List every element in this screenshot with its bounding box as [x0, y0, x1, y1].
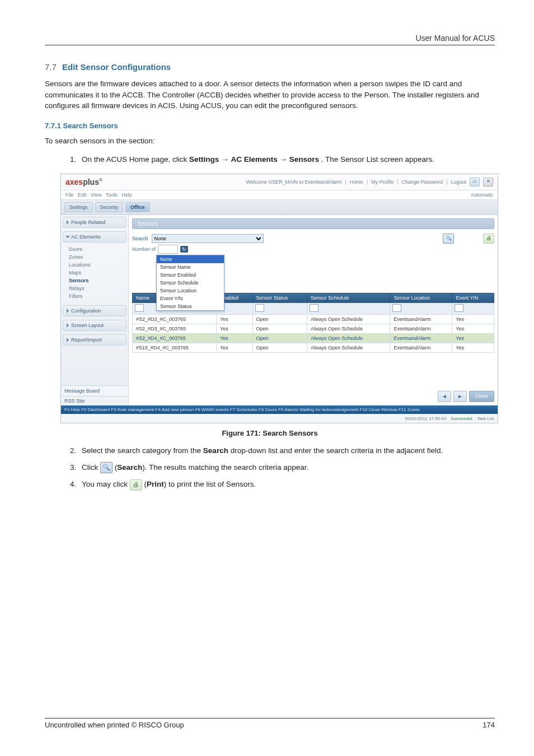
table-row[interactable]: #S2_#D4_#C_003765YesOpenAlways Open Sche…: [133, 333, 494, 343]
search-dropdown-popup: None Sensor Name Sensor Enabled Sensor S…: [156, 255, 224, 311]
link-home[interactable]: Home: [350, 179, 363, 185]
col-location[interactable]: Sensor Location: [390, 293, 452, 302]
cell-status: Open: [252, 333, 307, 343]
sidebar-item-sensors[interactable]: Sensors: [69, 277, 126, 284]
status-bar: 03/01/2011 17:55:43 Successful Task List: [61, 414, 498, 423]
cell-enabled: Yes: [217, 343, 252, 352]
manual-title: User Manual for ACUS: [415, 34, 495, 43]
sidebar-item-screenlayout[interactable]: Screen Layout: [63, 320, 127, 331]
cell-name: #S15_#D4_#C_003765: [133, 343, 217, 352]
link-changepassword[interactable]: Change Password: [402, 179, 443, 185]
filter-name[interactable]: [135, 304, 144, 312]
sidebar-item-reportimport[interactable]: Report/Import: [63, 334, 127, 346]
sidebar-item-zones[interactable]: Zones: [69, 253, 126, 261]
sidebar-item-people[interactable]: People Related: [63, 217, 127, 228]
close-button[interactable]: Close: [469, 391, 494, 402]
dropdown-option-sensorstatus[interactable]: Sensor Status: [157, 302, 224, 310]
step1-sensors: Sensors: [289, 155, 319, 164]
page-footer: Uncontrolled when printed © RISCO Group …: [45, 718, 495, 729]
cell-enabled: Yes: [217, 324, 252, 333]
col-schedule[interactable]: Sensor Schedule: [307, 293, 390, 302]
tab-security[interactable]: Security: [95, 202, 124, 212]
dropdown-option-sensorlocation[interactable]: Sensor Location: [157, 287, 224, 295]
dropdown-option-none[interactable]: None: [157, 255, 224, 263]
sidebar-config-label: Configuration: [71, 308, 101, 314]
dropdown-option-sensorschedule[interactable]: Sensor Schedule: [157, 279, 224, 287]
arrow-icon: →: [279, 155, 289, 164]
section-number: 7.7: [45, 62, 57, 72]
dropdown-option-sensorenabled[interactable]: Sensor Enabled: [157, 271, 224, 279]
menu-edit[interactable]: Edit: [78, 192, 87, 198]
sidebar-ac-children: Doors Zones Locations Maps Sensors Relay…: [61, 244, 128, 304]
step3-text-d: ). The results matching the search crite…: [142, 463, 308, 472]
search-icon[interactable]: 🔍: [443, 234, 454, 244]
sidebar-item-relays[interactable]: Relays: [69, 284, 126, 292]
dropdown-option-sensorname[interactable]: Sensor Name: [157, 263, 224, 271]
col-event[interactable]: Event Y/N: [452, 293, 494, 302]
menu-view[interactable]: View: [91, 192, 101, 198]
table-row[interactable]: #S2_#D3_#C_003765YesOpenAlways Open Sche…: [133, 324, 494, 333]
search-area: Search None 🔍 🖨 Number of ↻ None: [132, 231, 494, 353]
sidebar-item-acelements[interactable]: AC Elements: [63, 231, 127, 242]
cell-schedule: Always Open Schedule: [307, 314, 390, 324]
close-icon[interactable]: ✕: [483, 178, 493, 186]
menu-help[interactable]: Help: [121, 192, 132, 198]
step2-text-a: Select the search category from the: [82, 446, 203, 455]
step-2: Select the search category from the Sear…: [78, 445, 495, 456]
step-1: On the ACUS Home page, click Settings → …: [78, 154, 495, 165]
link-myprofile[interactable]: My Profile: [371, 179, 394, 185]
cell-name: #S2_#D2_#C_003765: [133, 314, 217, 324]
step-4: You may click 🖨 (Print) to print the lis…: [78, 479, 495, 490]
app-logo: axesplus®: [65, 178, 102, 186]
prev-icon[interactable]: ◄: [438, 391, 451, 402]
filter-event[interactable]: [455, 304, 463, 312]
rss-site[interactable]: RSS Site: [61, 396, 128, 405]
welcome-text: Welcome USER_MAIN to EventsandAlarm: [246, 179, 342, 185]
function-key-bar: F1 Help F2 Dashboard F3 Role management …: [61, 405, 498, 414]
menu-file[interactable]: File: [65, 192, 74, 198]
table-row[interactable]: #S15_#D4_#C_003765YesOpenAlways Open Sch…: [133, 343, 494, 352]
col-status[interactable]: Sensor Status: [252, 293, 307, 302]
filter-status[interactable]: [255, 304, 264, 312]
step2-search: Search: [203, 446, 228, 455]
tab-settings[interactable]: Settings: [64, 202, 93, 212]
search-label: Search: [132, 236, 148, 241]
sidebar-item-maps[interactable]: Maps: [69, 269, 126, 277]
link-logout[interactable]: Logout: [451, 179, 466, 185]
status-tasklist[interactable]: Task List: [477, 416, 494, 421]
cell-location: EventsandAlarm: [390, 333, 452, 343]
message-board[interactable]: Message Board: [61, 385, 128, 396]
menu-bar: File Edit View Tools Help Automatic: [61, 190, 498, 200]
refresh-icon[interactable]: ↻: [180, 246, 188, 253]
table-row[interactable]: #S2_#D2_#C_003765YesOpenAlways Open Sche…: [133, 314, 494, 324]
logo-part-a: axes: [65, 178, 83, 186]
sidebar-item-locations[interactable]: Locations: [69, 261, 126, 269]
footer-page: 174: [483, 721, 495, 729]
cell-location: EventsandAlarm: [390, 324, 452, 333]
next-icon[interactable]: ►: [453, 391, 467, 402]
sidebar-ac-label: AC Elements: [71, 234, 101, 240]
numberof-field[interactable]: [158, 245, 178, 254]
search-dropdown[interactable]: None: [152, 234, 264, 243]
minimize-icon[interactable]: ▭: [470, 178, 480, 186]
status-time: 03/01/2011 17:55:43: [405, 416, 446, 421]
step4-text-a: You may click: [82, 480, 130, 488]
step3-search: Search: [117, 463, 142, 472]
sidebar-item-filters[interactable]: Filters: [69, 292, 126, 300]
sidebar-item-doors[interactable]: Doors: [69, 245, 126, 253]
step1-text-e: . The Sensor List screen appears.: [321, 155, 434, 164]
cell-enabled: Yes: [217, 333, 252, 343]
tab-office[interactable]: Office: [125, 202, 150, 212]
numberof-label: Number of: [132, 246, 156, 252]
filter-schedule[interactable]: [310, 304, 318, 312]
menu-tools[interactable]: Tools: [106, 192, 118, 198]
sidebar-item-configuration[interactable]: Configuration: [63, 305, 127, 316]
app-body: People Related AC Elements Doors Zones L…: [61, 215, 498, 405]
top-links: Welcome USER_MAIN to EventsandAlarm | Ho…: [246, 178, 493, 186]
print-icon[interactable]: 🖨: [483, 234, 494, 244]
cell-name: #S2_#D3_#C_003765: [133, 324, 217, 333]
status-msg: Successful: [451, 416, 472, 421]
filter-location[interactable]: [392, 304, 401, 312]
dropdown-option-eventyn[interactable]: Event Y/N: [157, 295, 224, 302]
ribbon-tabs: Settings Security Office: [61, 200, 498, 215]
